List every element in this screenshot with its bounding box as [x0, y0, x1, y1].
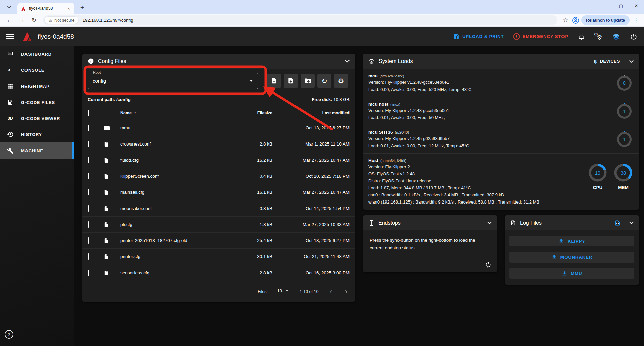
brand: flyos-0a4d58 — [21, 31, 74, 42]
row-checkbox[interactable] — [88, 237, 89, 244]
row-checkbox[interactable] — [88, 157, 89, 163]
collapse-chevron-icon[interactable] — [487, 222, 492, 224]
emergency-stop-button[interactable]: EMERGENCY STOP — [513, 33, 568, 40]
devices-button[interactable]: ψ DEVICES — [594, 58, 620, 64]
table-row[interactable]: printer.cfg 30.1 kB Oct 21, 2025 11:48 A… — [82, 248, 355, 265]
row-checkbox[interactable] — [88, 173, 89, 179]
settings-gear-button[interactable]: ⚙ — [334, 74, 348, 88]
sync-button[interactable] — [485, 261, 492, 268]
table-row[interactable]: crowsnest.conf 2.8 kB Mar 1, 2025 11:10 … — [82, 136, 355, 152]
settings-gears-icon[interactable]: ⚙⚙ — [594, 33, 603, 41]
pagination: Files 10 1-10 of 10 ‹ › — [82, 281, 355, 302]
window-maximize-button[interactable]: ▢ — [613, 0, 629, 11]
panel-title: Config Files — [98, 58, 126, 64]
menu-hamburger-icon[interactable] — [6, 34, 14, 39]
table-row[interactable]: fluidd.cfg 16.2 kB Mar 27, 2025 10:47 AM — [82, 152, 355, 168]
app-header: flyos-0a4d58 UPLOAD & PRINT EMERGENCY ST… — [0, 27, 644, 46]
row-checkbox[interactable] — [88, 221, 89, 228]
terminal-icon: >_ — [6, 68, 15, 72]
usb-icon: ψ — [594, 58, 598, 64]
table-row[interactable]: printer-20251013_182707.cfg-old 25.4 kB … — [82, 232, 355, 248]
tab-search-button[interactable] — [3, 1, 15, 13]
device-gauge: 1 — [615, 131, 633, 148]
system-loads-header: System Loads ψ DEVICES — [363, 54, 639, 69]
row-checkbox[interactable] — [88, 253, 89, 260]
download-moonraker-log-button[interactable]: MOONRAKER — [509, 252, 634, 263]
power-icon[interactable] — [629, 33, 638, 40]
new-tab-button[interactable]: + — [78, 4, 87, 11]
refresh-button[interactable]: ↻ — [317, 74, 331, 88]
sidebar-item-history[interactable]: HISTORY — [0, 126, 74, 142]
table-row[interactable]: KlipperScreen.conf 0.4 kB Oct 20, 2025 7… — [82, 168, 355, 184]
row-checkbox[interactable] — [88, 189, 89, 195]
address-bar[interactable]: ⚠ Not secure 192.168.1.125/m/#/config — [43, 15, 557, 25]
sidebar-item-heightmap[interactable]: HEIGHTMAP — [0, 78, 74, 94]
profile-icon[interactable] — [572, 17, 579, 24]
next-page-button[interactable]: › — [344, 288, 349, 295]
files-per-page-label: Files — [258, 289, 266, 294]
back-button[interactable]: ← — [3, 17, 16, 24]
download-icon — [551, 254, 557, 260]
file-name: moonraker.conf — [120, 206, 222, 211]
table-row[interactable]: sensorless.cfg 2.8 kB Oct 16, 2025 3:00 … — [82, 265, 355, 281]
endstop-icon — [368, 220, 374, 226]
root-select[interactable]: Root config — [88, 73, 258, 89]
sidebar-item-gcode-viewer[interactable]: 3D G-CODE VIEWER — [0, 110, 74, 126]
sidebar-item-dashboard[interactable]: DASHBOARD — [0, 46, 74, 62]
row-checkbox[interactable] — [88, 141, 89, 147]
select-all-checkbox[interactable] — [88, 110, 89, 116]
relaunch-to-update-button[interactable]: Relaunch to update — [581, 15, 630, 25]
column-name[interactable]: Name↑ — [120, 111, 222, 115]
theme-layers-icon[interactable] — [612, 33, 621, 41]
refresh-logs-button[interactable] — [614, 220, 621, 226]
create-folder-button[interactable] — [301, 74, 315, 88]
collapse-chevron-icon[interactable] — [345, 60, 350, 63]
grid-icon — [6, 83, 15, 90]
forward-button[interactable]: → — [16, 17, 28, 24]
sidebar-item-console[interactable]: >_ CONSOLE — [0, 62, 74, 78]
table-row[interactable]: mmu – Oct 13, 2025 6:27 PM — [82, 120, 355, 136]
sidebar-item-machine[interactable]: MACHINE — [0, 142, 74, 159]
endstops-message: Press the sync-button on the right-botto… — [363, 230, 497, 252]
bookmark-star-icon[interactable]: ☆ — [561, 17, 570, 24]
notifications-bell-icon[interactable] — [577, 33, 586, 40]
file-name: crowsnest.conf — [120, 141, 222, 147]
window-minimize-button[interactable]: – — [598, 0, 613, 11]
download-klippy-log-button[interactable]: KLIPPY — [509, 236, 634, 246]
browser-tab[interactable]: flyos-0a4d58 × — [17, 3, 74, 14]
previous-page-button[interactable]: ‹ — [328, 288, 333, 295]
table-row[interactable]: plr.cfg 1.8 kB Mar 27, 2025 10:33 AM — [82, 216, 355, 232]
file-modified: Oct 21, 2025 11:48 AM — [272, 254, 350, 259]
collapse-chevron-icon[interactable] — [629, 60, 634, 63]
file-icon — [104, 253, 120, 260]
table-row[interactable]: moonraker.conf 0.8 kB Oct 14, 2025 1:54 … — [82, 200, 355, 216]
file-modified: Oct 13, 2025 6:27 PM — [272, 238, 350, 243]
reload-button[interactable]: ↻ — [28, 17, 40, 24]
create-file-button[interactable] — [284, 74, 298, 88]
row-checkbox[interactable] — [88, 125, 89, 131]
file-name: printer-20251013_182707.cfg-old — [120, 238, 222, 243]
row-checkbox[interactable] — [88, 205, 89, 212]
not-secure-chip[interactable]: ⚠ Not secure — [44, 16, 79, 24]
help-button[interactable]: ? — [5, 330, 13, 339]
file-size: 30.1 kB — [222, 254, 272, 259]
file-size: 2.8 kB — [222, 141, 272, 147]
file-modified: Oct 13, 2025 6:27 PM — [272, 125, 350, 130]
chevron-down-icon — [7, 6, 11, 8]
files-per-page-select[interactable]: 10 — [277, 287, 289, 296]
window-close-button[interactable]: ✕ — [629, 0, 644, 11]
upload-file-button[interactable] — [267, 74, 281, 88]
collapse-chevron-icon[interactable] — [629, 222, 634, 224]
download-mmu-log-button[interactable]: MMU — [509, 268, 634, 279]
system-loads-panel: System Loads ψ DEVICES mcu(stm32h72 — [363, 54, 639, 210]
table-row[interactable]: mainsail.cfg 16.1 kB Mar 27, 2025 10:47 … — [82, 184, 355, 200]
sidebar-item-gcode-files[interactable]: G-CODE FILES — [0, 94, 74, 110]
browser-menu-icon[interactable]: ⋮ — [632, 17, 641, 23]
file-modified: Oct 14, 2025 1:54 PM — [272, 206, 350, 211]
column-filesize[interactable]: Filesize — [222, 111, 272, 115]
file-name: printer.cfg — [120, 254, 222, 259]
upload-and-print-button[interactable]: UPLOAD & PRINT — [453, 33, 504, 40]
row-checkbox[interactable] — [88, 270, 89, 276]
tab-close-button[interactable]: × — [66, 5, 72, 12]
column-last-modified[interactable]: Last modified — [272, 111, 350, 115]
